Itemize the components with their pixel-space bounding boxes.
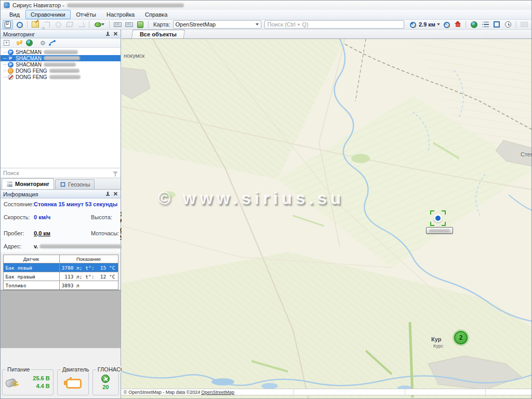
toolbar-separator [148, 21, 149, 28]
history-mode-button[interactable] [503, 20, 513, 29]
sensor-row[interactable]: Бак правый 113 л; t°: 12 °C [3, 272, 118, 281]
map-graphics [122, 39, 531, 398]
object-list-button[interactable] [480, 20, 490, 29]
value-column-header[interactable]: Показание [59, 255, 118, 263]
town-label-topleft: нокумск [124, 52, 144, 59]
menu-help[interactable]: Справка [140, 10, 172, 19]
menu-settings[interactable]: Настройка [102, 10, 139, 19]
town-label-cluster: Кур [431, 336, 441, 342]
route-icon[interactable] [49, 40, 56, 46]
edit-map-button[interactable] [30, 20, 41, 29]
follow-on-map-icon[interactable] [26, 39, 33, 46]
tree-item-vehicle[interactable]: DONG FENG [1, 68, 121, 74]
sensor-row[interactable]: Топливо 3893 л [3, 281, 118, 290]
vehicle-plate-label[interactable] [426, 227, 453, 234]
zoom-out-button[interactable]: − [441, 20, 451, 29]
tab-all-objects-label: Все объекты [140, 31, 177, 37]
vehicle-cluster-marker[interactable]: 2 [454, 331, 468, 344]
sensor-name: Бак правый [3, 272, 59, 281]
close-icon[interactable]: ✕ [113, 32, 118, 36]
filter-icon[interactable] [113, 171, 118, 175]
terminal-button[interactable] [519, 20, 529, 29]
state-label: Состояние: [4, 201, 34, 207]
map-attribution: © OpenStreetMap - Map data ©2024 OpenStr… [122, 389, 531, 395]
gear-icon[interactable]: ⚙ [40, 40, 46, 46]
tree-item-vehicle[interactable]: P SHACMAN [1, 49, 121, 55]
tree-item-vehicle-selected[interactable]: P SHACMAN [1, 55, 121, 61]
draw-polyline-button[interactable] [76, 20, 86, 29]
route-cost-button[interactable] [135, 20, 145, 29]
tab-all-objects[interactable]: Все объекты [131, 30, 185, 38]
sensor-value: 3780 л; t°: 15 °C [59, 263, 118, 272]
engine-icon [64, 376, 82, 389]
menu-reports[interactable]: Отчёты [72, 10, 101, 19]
pin-icon[interactable] [105, 192, 110, 196]
hand-icon [5, 21, 11, 28]
tree-item-vehicle[interactable]: DONG FENG [1, 74, 121, 80]
menu-directories[interactable]: Справочники [25, 10, 71, 19]
sidebar-search-input[interactable]: Поиск [1, 168, 121, 178]
state-value: Стоянка 15 минут 53 секунды [34, 201, 120, 207]
sensor-row-selected[interactable]: Бак левый 3780 л; t°: 15 °C [3, 263, 118, 272]
node-tool-icon [44, 22, 50, 28]
sensor-name: Топливо [3, 281, 59, 290]
tree-toolbar: + ⚙ [1, 38, 121, 48]
map-pane: Все объекты [122, 30, 531, 398]
address-label: Адрес: [4, 243, 34, 249]
sensor-column-header[interactable]: Датчик [3, 255, 59, 263]
redacted-plate [429, 229, 450, 232]
tracks-icon[interactable] [17, 40, 23, 46]
town-label-right: Степ [521, 151, 531, 157]
attribution-link[interactable]: OpenStreetMap [201, 390, 234, 395]
tree-item-vehicle[interactable]: P SHACMAN [1, 61, 121, 68]
gps-satellite-count: 20 [102, 384, 109, 390]
geozone-style-button[interactable] [92, 20, 107, 29]
vehicle-name: SHACMAN [16, 62, 42, 68]
map-source-select[interactable]: OpenStreetMap [173, 20, 261, 29]
map-canvas[interactable]: © www.sirius.su нокумск Степ Кур Курс 2 … [122, 39, 531, 398]
main-toolbar: Карта: OpenStreetMap Поиск (Ctrl + Q) + … [1, 20, 531, 30]
show-all-objects-button[interactable] [469, 20, 479, 29]
map-scale-control[interactable]: 2.9 км [419, 21, 440, 28]
close-icon[interactable]: ✕ [113, 192, 118, 196]
mileage-label: Пробег: [4, 230, 34, 236]
redacted-plate [44, 56, 80, 60]
mileage-value[interactable]: 0,0 км [34, 230, 91, 236]
circle-tool-icon [56, 22, 61, 28]
app-icon [4, 2, 10, 8]
draw-circle-button[interactable] [53, 20, 63, 29]
plug-icon [6, 377, 19, 388]
pan-tool-button[interactable] [3, 20, 13, 29]
app-window: Сириус Навигатор - Вид Справочники Отчёт… [0, 0, 532, 399]
zoom-select-button[interactable] [14, 20, 24, 29]
fullscreen-icon [494, 21, 500, 28]
draw-polygon-button[interactable] [64, 20, 75, 29]
vehicle-name: DONG FENG [16, 68, 47, 74]
add-node-button[interactable] [42, 20, 52, 29]
tab-geozones[interactable]: Геозоны [55, 179, 95, 189]
menu-bar: Вид Справочники Отчёты Настройка Справка [1, 10, 531, 20]
measure-area-button[interactable] [124, 20, 134, 29]
hours-label: Моточасы: [91, 230, 120, 236]
measure-distance-button[interactable] [112, 20, 123, 29]
map-source-value: OpenStreetMap [176, 21, 216, 28]
global-search-input[interactable]: Поиск (Ctrl + Q) [264, 20, 405, 29]
power-label: Питание [6, 366, 31, 373]
tab-monitoring[interactable]: Мониторинг [2, 178, 54, 189]
selected-vehicle-marker[interactable] [430, 210, 446, 226]
satellite-icon [101, 375, 110, 383]
monitoring-panel-title: Мониторинг [3, 31, 35, 37]
home-view-button[interactable] [453, 20, 463, 29]
zoom-in-button[interactable]: + [407, 20, 418, 29]
expand-all-icon[interactable]: + [4, 40, 9, 46]
engine-label: Двигатель [61, 366, 91, 373]
history-status-icon [8, 68, 14, 74]
map-scale-value: 2.9 км [419, 21, 435, 28]
fit-bounds-button[interactable] [491, 20, 502, 29]
pin-icon[interactable] [105, 32, 110, 36]
polyline-tool-icon [77, 22, 85, 27]
chevron-down-icon [437, 23, 440, 25]
altitude-label: Высота: [91, 214, 120, 220]
menu-view[interactable]: Вид [5, 10, 24, 19]
gps-group: ГЛОНАСС/GPS 20 [92, 369, 119, 395]
